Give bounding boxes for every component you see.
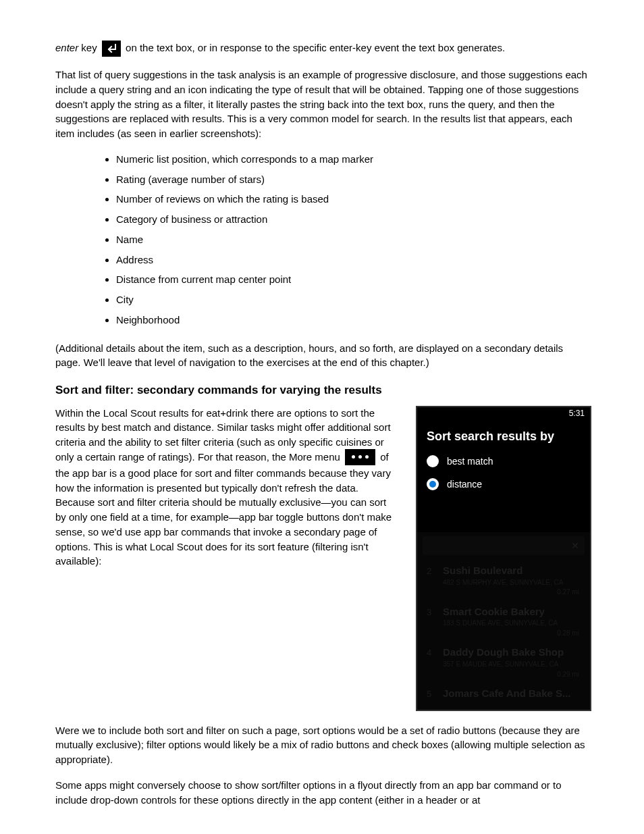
dim-overlay [417, 532, 590, 710]
sort-filter-section: Within the Local Scout results for eat+d… [55, 406, 589, 711]
sort-option-best-match[interactable]: best match [417, 452, 590, 475]
dimmed-results-area: ✕ 2 Sushi Boulevard 482 S MURPHY AVE, SU… [417, 532, 590, 710]
list-item: Numeric list position, which corresponds… [116, 152, 589, 167]
result-fields-list: Numeric list position, which corresponds… [55, 152, 589, 328]
paragraph-enter-key: enter key on the text box, or in respons… [55, 41, 589, 57]
sf-text-b: of the app bar is a good place for sort … [55, 451, 392, 567]
list-item: Distance from current map center point [116, 272, 589, 287]
list-item: Number of reviews on which the rating is… [116, 192, 589, 207]
paragraph-suggestions: That list of query suggestions in the ta… [55, 68, 589, 141]
radio-icon [427, 455, 439, 467]
paragraph-radio-checkbox: Were we to include both sort and filter … [55, 723, 589, 767]
enter-word: enter [55, 42, 78, 53]
enter-key-text-a: key [78, 42, 100, 53]
list-item: City [116, 292, 589, 307]
sort-option-distance[interactable]: distance [417, 475, 590, 498]
page: enter key on the text box, or in respons… [0, 0, 644, 834]
sf-text-a: Within the Local Scout results for eat+d… [55, 407, 391, 463]
phone-mock: 5:31 Sort search results by best match d… [416, 406, 591, 711]
enter-key-icon [102, 41, 121, 57]
sort-option-label: best match [447, 454, 493, 468]
paragraph-alt-placement: Some apps might conversely choose to sho… [55, 778, 589, 808]
paragraph-details-note: (Additional details about the item, such… [55, 341, 589, 371]
phone-screenshot-column: 5:31 Sort search results by best match d… [416, 406, 589, 711]
enter-key-text-b: on the text box, or in response to the s… [123, 42, 505, 53]
paragraph-sort-filter: Within the Local Scout results for eat+d… [55, 406, 400, 569]
sort-option-label: distance [447, 477, 482, 491]
more-icon [345, 449, 375, 465]
radio-icon [427, 478, 439, 490]
sort-filter-heading: Sort and filter: secondary commands for … [55, 382, 589, 399]
list-item: Neighborhood [116, 313, 589, 328]
sort-dialog-title: Sort search results by [417, 421, 590, 452]
sort-filter-text-column: Within the Local Scout results for eat+d… [55, 406, 400, 580]
list-item: Category of business or attraction [116, 212, 589, 227]
list-item: Rating (average number of stars) [116, 172, 589, 187]
list-item: Address [116, 253, 589, 267]
status-time: 5:31 [569, 408, 585, 419]
status-bar: 5:31 [417, 407, 590, 421]
page-content: enter key on the text box, or in respons… [55, 41, 589, 807]
list-item: Name [116, 232, 589, 247]
